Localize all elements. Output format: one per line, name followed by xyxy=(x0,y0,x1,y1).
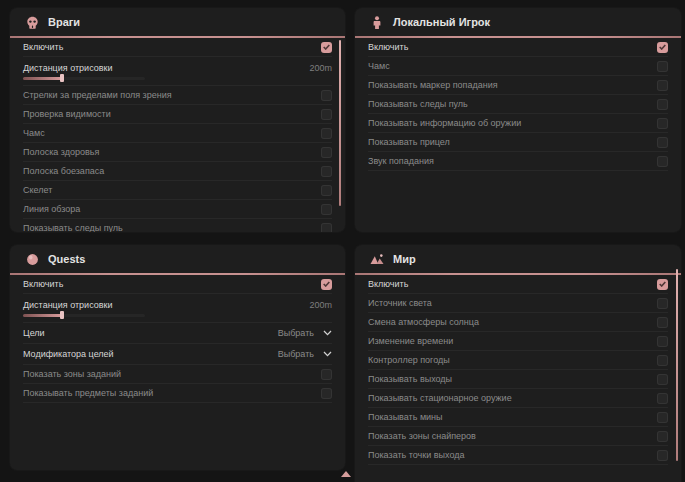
setting-label: Звук попадания xyxy=(368,156,434,166)
setting-row[interactable]: Стрелки за пределами поля зрения xyxy=(23,86,332,105)
checkbox[interactable] xyxy=(321,279,332,290)
setting-row[interactable]: Контроллер погоды xyxy=(368,351,668,370)
checkbox[interactable] xyxy=(321,128,332,139)
setting-row[interactable]: Линия обзора xyxy=(23,200,332,219)
dropdown-row-targets[interactable]: Цели Выбрать xyxy=(23,323,332,344)
render-distance-slider[interactable] xyxy=(23,77,145,80)
checkbox[interactable] xyxy=(657,412,668,423)
checkbox[interactable] xyxy=(657,156,668,167)
setting-label: Показывать мины xyxy=(368,412,443,422)
checkbox[interactable] xyxy=(657,336,668,347)
setting-label: Цели xyxy=(23,328,45,338)
setting-row[interactable]: Показывать маркер попадания xyxy=(368,76,668,95)
panel-local-player: Локальный Игрок Включить Чамс Показывать… xyxy=(355,8,681,232)
checkbox[interactable] xyxy=(321,166,332,177)
setting-row[interactable]: Показать точки выхода xyxy=(368,446,668,465)
check-icon xyxy=(323,44,330,50)
setting-row[interactable]: Источник света xyxy=(368,294,668,313)
setting-row-enable[interactable]: Включить xyxy=(368,38,668,57)
setting-row[interactable]: Звук попадания xyxy=(368,152,668,171)
checkbox[interactable] xyxy=(657,431,668,442)
skull-icon xyxy=(25,15,39,29)
setting-row[interactable]: Показывать мины xyxy=(368,408,668,427)
checkbox[interactable] xyxy=(657,450,668,461)
setting-row[interactable]: Чамс xyxy=(368,57,668,76)
checkbox[interactable] xyxy=(657,99,668,110)
chevron-down-icon[interactable] xyxy=(323,351,332,357)
checkbox[interactable] xyxy=(657,279,668,290)
panel-local-player-body: Включить Чамс Показывать маркер попадани… xyxy=(355,38,681,232)
setting-label: Источник света xyxy=(368,298,432,308)
dropdown-row-target-modifiers[interactable]: Модификатора целей Выбрать xyxy=(23,344,332,365)
checkbox[interactable] xyxy=(321,388,332,399)
setting-row[interactable]: Показывать следы пуль xyxy=(23,219,332,232)
setting-row-render-distance: Дистанция отрисовки 200m xyxy=(23,57,332,86)
checkbox[interactable] xyxy=(657,61,668,72)
scrollbar[interactable] xyxy=(676,269,678,461)
expand-arrow-icon[interactable] xyxy=(341,471,351,477)
mountain-icon xyxy=(370,252,384,266)
setting-row[interactable]: Показывать информацию об оружии xyxy=(368,114,668,133)
check-icon xyxy=(659,44,666,50)
menu-background: Враги Включить Дистанция отрисовки 200m xyxy=(0,0,685,482)
setting-row[interactable]: Проверка видимости xyxy=(23,105,332,124)
setting-row[interactable]: Смена атмосферы солнца xyxy=(368,313,668,332)
setting-row-enable[interactable]: Включить xyxy=(368,275,668,294)
setting-row[interactable]: Показывать следы пуль xyxy=(368,95,668,114)
panel-title: Локальный Игрок xyxy=(393,16,490,28)
person-icon xyxy=(370,15,384,29)
checkbox[interactable] xyxy=(321,42,332,53)
setting-label: Дистанция отрисовки xyxy=(23,300,113,310)
checkbox[interactable] xyxy=(321,109,332,120)
checkbox[interactable] xyxy=(321,90,332,101)
slider-thumb[interactable] xyxy=(60,311,64,319)
checkbox[interactable] xyxy=(657,137,668,148)
setting-row[interactable]: Чамс xyxy=(23,124,332,143)
checkbox[interactable] xyxy=(657,393,668,404)
render-distance-slider[interactable] xyxy=(23,314,145,317)
setting-row[interactable]: Показывать прицел xyxy=(368,133,668,152)
checkbox[interactable] xyxy=(657,355,668,366)
setting-row[interactable]: Изменение времени xyxy=(368,332,668,351)
checkbox[interactable] xyxy=(321,185,332,196)
setting-row-enable[interactable]: Включить xyxy=(23,38,332,57)
setting-row[interactable]: Полоска боезапаса xyxy=(23,162,332,181)
panel-enemies-header[interactable]: Враги xyxy=(10,8,345,36)
setting-row[interactable]: Скелет xyxy=(23,181,332,200)
panel-title: Quests xyxy=(48,253,85,265)
checkbox[interactable] xyxy=(321,223,332,233)
checkbox[interactable] xyxy=(657,298,668,309)
setting-row-enable[interactable]: Включить xyxy=(23,275,332,294)
setting-row[interactable]: Показать зоны снайперов xyxy=(368,427,668,446)
checkbox[interactable] xyxy=(321,204,332,215)
checkbox[interactable] xyxy=(657,118,668,129)
panel-enemies-body: Включить Дистанция отрисовки 200m Стрелк… xyxy=(10,38,345,232)
checkbox[interactable] xyxy=(321,369,332,380)
setting-row[interactable]: Показывать стационарное оружие xyxy=(368,389,668,408)
setting-row[interactable]: Показать зоны заданий xyxy=(23,365,332,384)
panel-quests-header[interactable]: Quests xyxy=(10,245,345,273)
setting-label: Показывать следы пуль xyxy=(23,223,123,232)
checkbox[interactable] xyxy=(321,147,332,158)
panel-local-player-header[interactable]: Локальный Игрок xyxy=(355,8,681,36)
setting-label: Показывать маркер попадания xyxy=(368,80,498,90)
setting-label: Скелет xyxy=(23,185,52,195)
setting-label: Включить xyxy=(368,279,408,289)
slider-thumb[interactable] xyxy=(60,74,64,82)
setting-label: Показать точки выхода xyxy=(368,450,464,460)
setting-label: Показать зоны заданий xyxy=(23,369,121,379)
setting-row[interactable]: Показывать выходы xyxy=(368,370,668,389)
checkbox[interactable] xyxy=(657,374,668,385)
setting-label: Показывать выходы xyxy=(368,374,452,384)
checkbox[interactable] xyxy=(657,80,668,91)
checkbox[interactable] xyxy=(657,317,668,328)
setting-label: Включить xyxy=(23,42,63,52)
panel-world-header[interactable]: Мир xyxy=(355,245,681,273)
chevron-down-icon[interactable] xyxy=(323,330,332,336)
setting-label: Показывать предметы заданий xyxy=(23,388,153,398)
setting-row[interactable]: Показывать предметы заданий xyxy=(23,384,332,403)
setting-row[interactable]: Полоска здоровья xyxy=(23,143,332,162)
setting-label: Модификатора целей xyxy=(23,349,114,359)
scrollbar[interactable] xyxy=(339,40,341,206)
checkbox[interactable] xyxy=(657,42,668,53)
